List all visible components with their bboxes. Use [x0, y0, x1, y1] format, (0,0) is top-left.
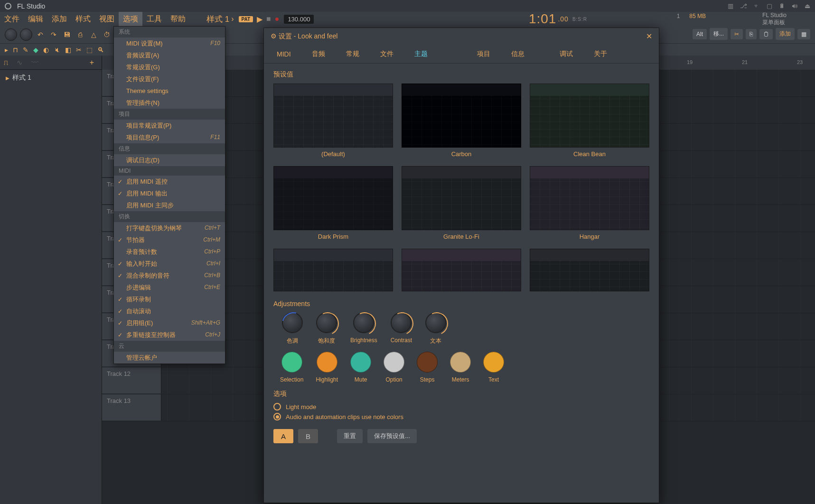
swatch-circle[interactable] — [281, 352, 302, 373]
settings-tab[interactable]: 常规 — [336, 45, 370, 63]
pattern-chevron-icon[interactable]: › — [231, 15, 234, 23]
pattern-selector[interactable]: 样式 1 — [206, 14, 229, 25]
knob-dial[interactable] — [425, 312, 446, 333]
move-button[interactable]: 移... — [710, 28, 728, 40]
redo-icon[interactable]: ↷ — [48, 29, 59, 40]
swatch-circle[interactable] — [350, 352, 371, 373]
menu-item[interactable]: ✓节拍器Ctrl+M — [114, 234, 225, 246]
magnet-icon[interactable]: ⊓ — [13, 46, 18, 54]
cut-icon[interactable]: ✂ — [731, 29, 743, 39]
menu-item[interactable]: ✓自动滚动 — [114, 305, 225, 317]
pitch-knob[interactable] — [20, 28, 32, 41]
menu-options[interactable]: 选项 — [119, 12, 142, 26]
settings-tab[interactable]: 调试 — [549, 45, 583, 63]
copy-icon[interactable]: ⎘ — [746, 29, 757, 39]
swatch-circle[interactable] — [384, 352, 404, 373]
menu-item[interactable]: 文件设置(F) — [114, 73, 225, 85]
menu-item[interactable]: ✓启用 MIDI 输出 — [114, 187, 225, 199]
menu-item[interactable]: 管理插件(N) — [114, 97, 225, 109]
menu-item[interactable]: 启用 MIDI 主同步 — [114, 199, 225, 211]
menu-item[interactable]: ✓输入时开始Ctrl+I — [114, 258, 225, 270]
tab-patterns-icon[interactable]: ⎍ — [4, 58, 8, 66]
knob-dial[interactable] — [282, 312, 303, 333]
track-label[interactable]: Track 13 — [102, 394, 161, 421]
menu-item[interactable]: Theme settings — [114, 85, 225, 97]
slice-icon[interactable]: ✂ — [76, 46, 82, 54]
theme-card[interactable]: Granite Lo-Fi — [402, 166, 521, 240]
bpm-display[interactable]: 130.000 — [284, 15, 314, 24]
mute-icon[interactable]: 🔇︎ — [54, 46, 60, 54]
color-swatch[interactable]: Meters — [450, 352, 471, 383]
add-button[interactable]: 添加 — [776, 28, 795, 40]
swatch-circle[interactable] — [483, 352, 504, 373]
menu-help[interactable]: 帮助 — [166, 12, 190, 26]
theme-card[interactable]: Dark Prism — [273, 166, 393, 240]
adjustment-knob[interactable]: 饱和度 — [316, 312, 337, 345]
settings-tab[interactable]: 关于 — [583, 45, 618, 63]
menu-add[interactable]: 添加 — [47, 12, 71, 26]
theme-card[interactable] — [402, 249, 521, 291]
menu-pattern[interactable]: 样式 — [71, 12, 95, 26]
swatch-circle[interactable] — [450, 352, 471, 373]
zoom-icon[interactable]: 🔍︎ — [97, 46, 104, 54]
settings-tab[interactable]: 信息 — [501, 45, 535, 63]
theme-card[interactable] — [530, 249, 649, 291]
menu-item[interactable]: 常规设置(G) — [114, 61, 225, 73]
tab-audio-icon[interactable]: ∿ — [17, 58, 23, 67]
menu-item[interactable]: 录音预计数Ctrl+P — [114, 246, 225, 258]
save-preset-button[interactable]: 保存预设值... — [367, 429, 417, 443]
render-icon[interactable]: ⎙ — [75, 29, 85, 40]
pencil-icon[interactable]: ✎ — [23, 46, 28, 54]
compare-b-button[interactable]: B — [298, 429, 318, 443]
menu-edit[interactable]: 编辑 — [24, 12, 47, 26]
color-swatch[interactable]: Option — [384, 352, 404, 383]
slip-icon[interactable]: ◧ — [65, 46, 71, 54]
color-swatch[interactable]: Highlight — [316, 352, 338, 383]
adjustment-knob[interactable]: Contrast — [391, 312, 412, 345]
stop-button[interactable]: ■ — [266, 15, 271, 23]
volume-knob[interactable] — [5, 28, 17, 41]
adjustment-knob[interactable]: 文本 — [425, 312, 446, 345]
theme-card[interactable] — [273, 249, 393, 291]
wait-icon[interactable]: ⏱ — [102, 29, 112, 40]
play-pattern-icon[interactable]: ▶ — [6, 75, 9, 81]
menu-item[interactable]: 音频设置(A) — [114, 49, 225, 61]
menu-item[interactable]: 打字键盘切换为钢琴Ctrl+T — [114, 222, 225, 234]
option-light-mode[interactable]: Light mode — [273, 403, 649, 411]
alt-button[interactable]: Alt — [693, 29, 707, 39]
knob-dial[interactable] — [316, 312, 337, 333]
save-icon[interactable]: 💾︎ — [62, 29, 72, 40]
menu-item[interactable]: ✓循环录制 — [114, 293, 225, 305]
close-icon[interactable]: ✕ — [646, 32, 652, 41]
adjustment-knob[interactable]: Brightness — [350, 312, 377, 345]
settings-tab[interactable]: 音频 — [301, 45, 336, 63]
color-swatch[interactable]: Text — [483, 352, 504, 383]
color-swatch[interactable]: Selection — [280, 352, 303, 383]
grid-icon[interactable]: ▦ — [797, 29, 810, 39]
settings-tab[interactable]: 文件 — [370, 45, 404, 63]
options-menu[interactable]: 系统MIDI 设置(M)F10音频设置(A)常规设置(G)文件设置(F)Them… — [113, 26, 225, 364]
menu-file[interactable]: 文件 — [0, 12, 24, 26]
add-pattern-button[interactable]: + — [90, 58, 98, 67]
menu-tools[interactable]: 工具 — [142, 12, 166, 26]
menu-item[interactable]: 调试日志(D) — [114, 154, 225, 166]
menu-item[interactable]: MIDI 设置(M)F10 — [114, 37, 225, 49]
pattern-list-item[interactable]: ▶ 样式 1 — [0, 70, 102, 86]
undo-icon[interactable]: ↶ — [35, 29, 46, 40]
record-button[interactable]: ● — [275, 15, 280, 23]
menu-item[interactable]: 项目常规设置(P) — [114, 120, 225, 131]
pointer-icon[interactable]: ▸ — [5, 46, 8, 54]
theme-card[interactable]: Hangar — [530, 166, 649, 240]
theme-card[interactable]: (Default) — [273, 84, 393, 158]
tab-automation-icon[interactable]: 〰 — [31, 58, 38, 66]
menu-view[interactable]: 视图 — [95, 12, 119, 26]
option-clip-colors[interactable]: Audio and automation clips use note colo… — [273, 413, 649, 420]
knob-dial[interactable] — [353, 312, 374, 333]
app-menu-icon[interactable] — [5, 3, 11, 9]
theme-card[interactable]: Carbon — [402, 84, 521, 158]
pat-song-toggle[interactable]: PAT — [239, 16, 253, 22]
track-label[interactable]: Track 12 — [102, 367, 161, 394]
brush-icon[interactable]: ◆ — [33, 46, 38, 54]
menu-item[interactable]: 步进编辑Ctrl+E — [114, 281, 225, 293]
menu-item[interactable]: ✓多重链接至控制器Ctrl+J — [114, 329, 225, 341]
